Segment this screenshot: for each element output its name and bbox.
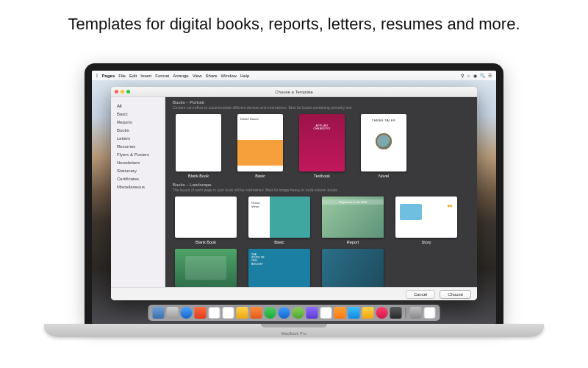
template-label: Blank Book (188, 174, 209, 178)
menu-view[interactable]: View (193, 74, 202, 78)
sidebar-item-stationery[interactable]: Stationery (111, 166, 165, 174)
dock-photos-icon[interactable] (251, 307, 262, 319)
template-category-sidebar: All Basic Reports Books Letters Resumes … (111, 97, 165, 287)
window-titlebar[interactable]: Choose a Template (111, 87, 477, 97)
template-story-landscape[interactable]: Story (393, 197, 459, 244)
template-textbook-landscape[interactable]: Textbook (246, 249, 312, 287)
cancel-button[interactable]: Cancel (406, 290, 436, 299)
menu-format[interactable]: Format (155, 74, 169, 78)
menu-insert[interactable]: Insert (140, 74, 151, 78)
dock-keynote-icon[interactable] (362, 307, 374, 319)
apple-menu-icon[interactable]:  (96, 73, 98, 78)
dock-finder-icon[interactable] (153, 307, 165, 319)
sidebar-item-basic[interactable]: Basic (111, 110, 165, 118)
dock-systemprefs-icon[interactable] (390, 307, 402, 319)
template-thumb (299, 114, 345, 171)
dock-mail-icon[interactable] (195, 307, 207, 319)
dock-reminders-icon[interactable] (237, 307, 248, 319)
choose-button[interactable]: Choose (440, 290, 471, 299)
template-label: Textbook (314, 174, 330, 178)
section-title: Books – Portrait (173, 100, 470, 105)
template-blank-book-landscape[interactable]: Blank Book (173, 197, 239, 244)
laptop-base: MacBook Pro (44, 324, 544, 337)
menu-window[interactable]: Window (221, 74, 237, 78)
template-thumb (361, 114, 406, 171)
section-title: Books – Landscape (173, 183, 470, 187)
template-basic-landscape[interactable]: Basic (246, 197, 312, 244)
dock-itunes-icon[interactable] (376, 307, 388, 319)
template-label: Novel (379, 174, 389, 178)
template-textbook-portrait[interactable]: Textbook (296, 114, 348, 178)
sidebar-item-flyers[interactable]: Flyers & Posters (111, 150, 165, 158)
sidebar-item-certificates[interactable]: Certificates (111, 174, 165, 183)
template-grid-area[interactable]: Books – Portrait Content can reflow to a… (165, 97, 477, 287)
dock-launchpad-icon[interactable] (167, 307, 179, 319)
dock-notes-icon[interactable] (223, 307, 234, 319)
menu-arrange[interactable]: Arrange (173, 74, 188, 78)
template-thumb (248, 197, 310, 238)
sidebar-item-letters[interactable]: Letters (111, 134, 165, 142)
window-title: Choose a Template (275, 90, 313, 94)
template-thumb (322, 249, 384, 287)
dock-pages-icon[interactable] (334, 307, 346, 319)
dock-separator (406, 308, 406, 318)
template-report-landscape[interactable]: Report (320, 197, 386, 244)
dock-safari-icon[interactable] (181, 307, 193, 319)
template-thumb (248, 249, 310, 287)
template-row-landscape-2: Lesson Textbook (165, 244, 477, 287)
laptop-mockup:  Pages File Edit Insert Format Arrange … (85, 63, 503, 337)
dock-facetime-icon[interactable] (265, 307, 276, 319)
template-novel-portrait[interactable]: Novel (358, 114, 409, 178)
template-row-portrait: Blank Book Basic Textbook Novel (165, 110, 477, 180)
template-thumb (175, 249, 237, 287)
dock-downloads-icon[interactable] (410, 307, 422, 319)
menu-share[interactable]: Share (206, 74, 218, 78)
template-blank-book-portrait[interactable]: Blank Book (173, 114, 224, 178)
template-label: Basic (255, 174, 265, 178)
menubar-app-name[interactable]: Pages (102, 74, 115, 78)
sidebar-item-reports[interactable]: Reports (111, 118, 165, 126)
template-basic-portrait[interactable]: Basic (234, 114, 286, 178)
dock-calendar-icon[interactable] (209, 307, 220, 319)
template-thumb (175, 197, 237, 238)
template-row-landscape: Blank Book Basic Report Story (165, 192, 477, 246)
zoom-icon[interactable] (126, 90, 130, 93)
laptop-model-label: MacBook Pro (282, 331, 306, 336)
mac-dock[interactable] (148, 305, 440, 321)
dock-appstore-icon[interactable] (306, 307, 318, 319)
dock-numbers-icon[interactable] (348, 307, 360, 319)
sidebar-item-newsletters[interactable]: Newsletters (111, 158, 165, 166)
template-extra-landscape[interactable] (320, 249, 386, 287)
menubar-status-icons[interactable]: ⚲☼◉🔍☰ (458, 73, 492, 78)
laptop-screen:  Pages File Edit Insert Format Arrange … (92, 71, 496, 324)
sidebar-item-books[interactable]: Books (111, 126, 165, 134)
mac-menubar:  Pages File Edit Insert Format Arrange … (92, 71, 496, 80)
template-thumb (395, 197, 457, 238)
marketing-headline: Templates for digital books, reports, le… (0, 0, 588, 40)
section-books-landscape: Books – Landscape The layout of each pag… (165, 180, 477, 192)
template-thumb (237, 114, 283, 171)
menu-edit[interactable]: Edit (129, 74, 137, 78)
dock-preview-icon[interactable] (320, 307, 332, 319)
template-chooser-window: Choose a Template All Basic Reports Book… (111, 87, 477, 300)
window-footer: Cancel Choose (111, 287, 477, 300)
menu-help[interactable]: Help (240, 74, 249, 78)
window-traffic-lights[interactable] (115, 90, 130, 93)
dock-trash-icon[interactable] (424, 307, 436, 319)
dock-maps-icon[interactable] (293, 307, 304, 319)
section-books-portrait: Books – Portrait Content can reflow to a… (165, 97, 477, 110)
sidebar-item-resumes[interactable]: Resumes (111, 142, 165, 150)
template-lesson-landscape[interactable]: Lesson (173, 249, 239, 287)
sidebar-item-miscellaneous[interactable]: Miscellaneous (111, 183, 165, 191)
dock-messages-icon[interactable] (279, 307, 290, 319)
sidebar-item-all[interactable]: All (111, 102, 165, 110)
template-thumb (322, 197, 384, 238)
template-thumb (176, 114, 221, 171)
menu-file[interactable]: File (118, 74, 126, 78)
minimize-icon[interactable] (121, 90, 124, 93)
close-icon[interactable] (115, 90, 118, 93)
